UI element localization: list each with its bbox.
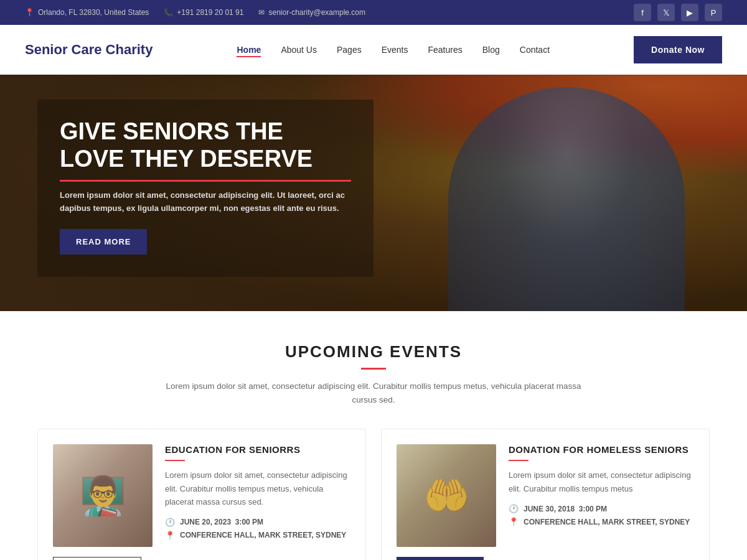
clock-icon-2: 🕐 <box>509 504 519 513</box>
top-bar-contact: 📍 Orlando, FL 32830, United States 📞 +19… <box>25 8 365 17</box>
enroll-button-1[interactable]: ENROLL NOW <box>53 557 141 560</box>
event-underline-2 <box>509 460 529 461</box>
event-underline-1 <box>165 460 185 461</box>
event-location-2: 📍 CONFERENCE HALL, MARK STREET, SYDNEY <box>509 517 694 526</box>
hero-content: GIVE SENIORS THE LOVE THEY DESERVE Lorem… <box>37 100 374 277</box>
events-title: UPCOMING EVENTS <box>37 342 710 362</box>
youtube-icon[interactable]: ▶ <box>681 4 698 21</box>
clock-icon-1: 🕐 <box>165 518 175 527</box>
nav-link-home[interactable]: Home <box>237 45 261 57</box>
email-text: senior-charity@example.com <box>268 8 365 17</box>
nav-link-features[interactable]: Features <box>428 45 463 55</box>
nav-links: Home About Us Pages Events Features Blog… <box>237 44 550 55</box>
events-description: Lorem ipsum dolor sit amet, consectetur … <box>156 380 591 406</box>
brand-logo: Senior Care Charity <box>25 42 153 58</box>
hero-title: GIVE SENIORS THE LOVE THEY DESERVE <box>60 118 351 182</box>
event-info-1: EDUCATION FOR SENIORRS Lorem ipsum dolor… <box>165 444 350 539</box>
event-desc-1: Lorem ipsum dolor sit amet, consectetur … <box>165 469 350 508</box>
navbar: Senior Care Charity Home About Us Pages … <box>0 25 747 75</box>
nav-item-blog[interactable]: Blog <box>482 44 500 55</box>
nav-link-about[interactable]: About Us <box>281 45 317 55</box>
twitter-icon[interactable]: 𝕏 <box>657 4 675 21</box>
event-info-2: DONATION FOR HOMELESS SENIORS Lorem ipsu… <box>509 444 694 526</box>
section-divider <box>361 368 386 370</box>
event-location-text-1: CONFERENCE HALL, MARK STREET, SYDNEY <box>180 531 346 539</box>
event-date-text-1: JUNE 20, 2023 3:00 PM <box>180 518 263 526</box>
event-image-1 <box>53 444 153 547</box>
nav-link-blog[interactable]: Blog <box>482 45 500 55</box>
phone-item: 📞 +191 2819 20 01 91 <box>164 8 243 17</box>
enroll-button-2[interactable]: ENROLL NOW <box>397 557 484 560</box>
event-card-2-inner: DONATION FOR HOMELESS SENIORS Lorem ipsu… <box>397 444 694 547</box>
nav-item-features[interactable]: Features <box>428 44 463 55</box>
phone-text: +191 2819 20 01 91 <box>177 8 243 17</box>
event-title-2: DONATION FOR HOMELESS SENIORS <box>509 444 694 455</box>
event-meta-2: 🕐 JUNE 30, 2018 3:00 PM 📍 CONFERENCE HAL… <box>509 504 694 526</box>
email-icon: ✉ <box>258 8 265 17</box>
location-text: Orlando, FL 32830, United States <box>38 8 149 17</box>
donate-button[interactable]: Donate Now <box>634 36 722 63</box>
event-card-2: DONATION FOR HOMELESS SENIORS Lorem ipsu… <box>381 429 710 560</box>
nav-item-pages[interactable]: Pages <box>337 44 362 55</box>
event-card-1-inner: EDUCATION FOR SENIORRS Lorem ipsum dolor… <box>53 444 350 547</box>
nav-item-home[interactable]: Home <box>237 44 261 55</box>
event-location-text-2: CONFERENCE HALL, MARK STREET, SYDNEY <box>524 518 690 526</box>
nav-link-contact[interactable]: Contact <box>520 45 550 55</box>
event-date-text-2: JUNE 30, 2018 3:00 PM <box>524 505 607 513</box>
social-links: f 𝕏 ▶ P <box>634 4 722 21</box>
nav-item-about[interactable]: About Us <box>281 44 317 55</box>
event-title-1: EDUCATION FOR SENIORRS <box>165 444 350 455</box>
top-bar: 📍 Orlando, FL 32830, United States 📞 +19… <box>0 0 747 25</box>
events-grid: EDUCATION FOR SENIORRS Lorem ipsum dolor… <box>37 429 710 560</box>
nav-item-contact[interactable]: Contact <box>520 44 550 55</box>
hero-description: Lorem ipsum dolor sit amet, consectetur … <box>60 189 351 215</box>
facebook-icon[interactable]: f <box>634 4 651 21</box>
event-desc-2: Lorem ipsum dolor sit amet, consectetur … <box>509 469 694 495</box>
event-location-1: 📍 CONFERENCE HALL, MARK STREET, SYDNEY <box>165 531 350 540</box>
event-image-2 <box>397 444 496 547</box>
location-icon-2: 📍 <box>509 517 519 526</box>
location-item: 📍 Orlando, FL 32830, United States <box>25 8 149 17</box>
hero-section: GIVE SENIORS THE LOVE THEY DESERVE Lorem… <box>0 75 747 311</box>
event-date-1: 🕐 JUNE 20, 2023 3:00 PM <box>165 518 350 527</box>
pinterest-icon[interactable]: P <box>705 4 722 21</box>
events-header: UPCOMING EVENTS Lorem ipsum dolor sit am… <box>37 342 710 406</box>
email-item: ✉ senior-charity@example.com <box>258 8 365 17</box>
location-icon: 📍 <box>25 8 34 17</box>
event-date-2: 🕐 JUNE 30, 2018 3:00 PM <box>509 504 694 513</box>
event-card-1: EDUCATION FOR SENIORRS Lorem ipsum dolor… <box>37 429 366 560</box>
nav-link-events[interactable]: Events <box>382 45 408 55</box>
nav-link-pages[interactable]: Pages <box>337 45 362 55</box>
nav-item-events[interactable]: Events <box>382 44 408 55</box>
location-icon-1: 📍 <box>165 531 175 540</box>
phone-icon: 📞 <box>164 8 173 17</box>
event-meta-1: 🕐 JUNE 20, 2023 3:00 PM 📍 CONFERENCE HAL… <box>165 518 350 540</box>
read-more-button[interactable]: READ MORE <box>60 229 147 254</box>
events-section: UPCOMING EVENTS Lorem ipsum dolor sit am… <box>0 311 747 560</box>
